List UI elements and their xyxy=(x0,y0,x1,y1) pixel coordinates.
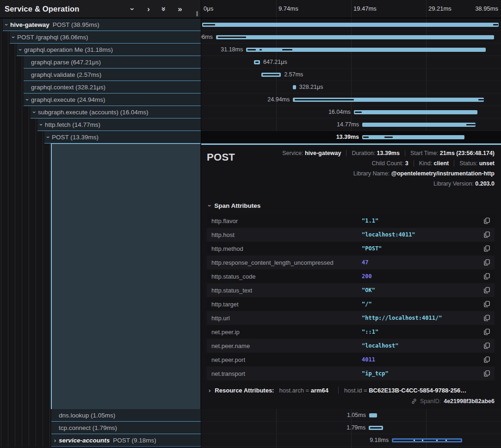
span-duration-label: 9.18ms xyxy=(370,437,389,443)
operation-name: POST /graphql (36.06ms) xyxy=(17,34,88,41)
indent-guides xyxy=(0,118,37,131)
timeline-span-row[interactable]: 24.94ms xyxy=(201,93,501,106)
span-row-body[interactable]: graphql.parse (647.21μs) xyxy=(24,56,201,68)
span-tree-row[interactable]: graphql.context (328.21μs) xyxy=(0,81,201,93)
span-duration-label: 24.94ms xyxy=(267,96,290,103)
child-span-dot xyxy=(422,440,423,441)
child-span-segment xyxy=(255,62,259,63)
span-detail-header: POST Service: hive-gatewayDuration: 13.3… xyxy=(207,149,495,192)
chevron-down-icon[interactable]: › xyxy=(37,121,45,128)
timeline-span-row[interactable] xyxy=(201,19,501,31)
span-row-body[interactable]: dns.lookup (1.05ms) xyxy=(51,409,201,422)
copy-icon[interactable] xyxy=(482,273,490,280)
span-row-body[interactable]: tcp.connect (1.79ms) xyxy=(51,422,201,434)
ruler-tick-label: 9.74ms xyxy=(278,5,298,12)
span-duration-bar[interactable] xyxy=(202,23,499,27)
timeline-span-row[interactable]: 9.18ms xyxy=(201,434,501,447)
span-row-body[interactable]: ›http.fetch (14.77ms) xyxy=(37,118,201,131)
copy-icon[interactable] xyxy=(482,287,490,293)
span-row-body[interactable]: ›hive-gatewayPOST (38.95ms) xyxy=(3,19,201,31)
copy-icon[interactable] xyxy=(482,245,490,252)
timeline-span-row[interactable]: 36.06ms xyxy=(201,31,501,44)
span-tree-row[interactable]: ›POST /graphql (36.06ms) xyxy=(0,31,201,44)
attribute-row: http.status_code200 xyxy=(207,269,495,283)
copy-icon[interactable] xyxy=(482,329,490,335)
attribute-row: net.peer.port4011 xyxy=(207,353,495,367)
child-span-segment xyxy=(493,24,499,25)
timeline-span-row[interactable]: 1.05ms xyxy=(201,409,501,422)
chevron-down-icon[interactable]: › xyxy=(31,109,38,116)
span-duration-bar[interactable] xyxy=(362,135,464,139)
link-icon[interactable] xyxy=(411,398,417,404)
span-tree-row[interactable]: ›service-accountsPOST (9.18ms) xyxy=(0,434,201,447)
child-span-segment xyxy=(355,112,361,113)
timeline-span-row[interactable]: 16.04ms xyxy=(201,106,501,118)
span-tree-row[interactable]: graphql.validate (2.57ms) xyxy=(0,68,201,81)
span-duration-label: 1.79ms xyxy=(346,424,365,431)
timeline-span-row[interactable]: 31.18ms xyxy=(201,44,501,56)
copy-icon[interactable] xyxy=(482,259,490,266)
chevron-down-icon[interactable]: › xyxy=(24,96,31,103)
span-overview-line: Service: hive-gatewayDuration: 13.39msSt… xyxy=(207,149,495,157)
span-row-body[interactable]: ›service-accountsPOST (9.18ms) xyxy=(51,434,201,447)
span-attributes-section-toggle[interactable]: › Span Attributes xyxy=(209,202,495,209)
span-row-body[interactable]: graphql.validate (2.57ms) xyxy=(24,68,201,81)
span-row-body[interactable]: ›subgraph.execute (accounts) (16.04ms) xyxy=(31,106,201,118)
span-tree-row[interactable]: ›POST (13.39ms) xyxy=(0,131,201,143)
double-chevron-right-icon[interactable]: » xyxy=(175,4,185,14)
span-tree-row[interactable]: ›graphql.operation Me (31.18ms) xyxy=(0,44,201,56)
span-detail-panel: POST Service: hive-gatewayDuration: 13.3… xyxy=(201,143,501,409)
resource-attributes-row[interactable]: ›Resource Attributes:host.arch = arm64ho… xyxy=(209,387,495,394)
attribute-value: 4011 xyxy=(362,356,482,363)
copy-icon[interactable] xyxy=(482,370,490,377)
span-tree-row[interactable]: ›subgraph.execute (accounts) (16.04ms) xyxy=(0,106,201,118)
attribute-value: "localhost:4011" xyxy=(362,231,482,238)
timeline-span-row[interactable]: 14.77ms xyxy=(201,118,501,131)
chevron-right-icon[interactable]: › xyxy=(51,437,59,444)
timeline-bars-top: 36.06ms31.18ms647.21μs2.57ms328.21μs24.9… xyxy=(201,19,501,143)
copy-icon[interactable] xyxy=(482,218,490,224)
copy-icon[interactable] xyxy=(482,301,490,307)
copy-icon[interactable] xyxy=(482,315,490,321)
copy-icon[interactable] xyxy=(482,356,490,363)
attribute-value: "POST" xyxy=(362,245,482,252)
chevron-down-icon[interactable]: › xyxy=(128,4,138,14)
tree-header-title: Service & Operation xyxy=(5,5,128,13)
span-row-body[interactable]: ›graphql.operation Me (31.18ms) xyxy=(17,44,201,56)
span-row-body[interactable]: ›POST /graphql (36.06ms) xyxy=(10,31,201,44)
attribute-value: "1.1" xyxy=(362,218,482,224)
span-tree-row[interactable]: tcp.connect (1.79ms) xyxy=(0,422,201,434)
copy-icon[interactable] xyxy=(482,231,490,238)
span-tree-row[interactable]: graphql.parse (647.21μs) xyxy=(0,56,201,68)
timeline-span-row[interactable]: 647.21μs xyxy=(201,56,501,68)
span-duration-bar[interactable] xyxy=(354,110,477,114)
chevron-down-icon[interactable]: › xyxy=(10,34,17,41)
span-duration-bar[interactable] xyxy=(362,123,476,127)
chevron-down-icon[interactable]: › xyxy=(17,46,24,53)
double-chevron-down-icon[interactable]: » xyxy=(159,4,169,14)
timeline-span-row[interactable]: 13.39ms xyxy=(201,131,501,143)
copy-icon[interactable] xyxy=(482,342,490,349)
span-duration-bar[interactable] xyxy=(369,413,377,417)
timeline-span-row[interactable]: 328.21μs xyxy=(201,81,501,93)
span-duration-label: 2.57ms xyxy=(284,71,303,78)
span-duration-bar[interactable] xyxy=(216,35,494,39)
overview-field: Service: hive-gateway xyxy=(282,150,341,156)
span-tree-row[interactable]: dns.lookup (1.05ms) xyxy=(0,409,201,422)
span-row-body[interactable]: ›POST (13.39ms) xyxy=(44,131,201,143)
chevron-down-icon[interactable]: › xyxy=(3,21,10,28)
timeline-span-row[interactable]: 1.79ms xyxy=(201,422,501,434)
operation-name: graphql.validate (2.57ms) xyxy=(31,71,101,78)
timeline-span-row[interactable]: 2.57ms xyxy=(201,68,501,81)
operation-name: POST (38.95ms) xyxy=(53,21,99,28)
chevron-down-icon[interactable]: › xyxy=(44,134,52,141)
span-row-body[interactable]: graphql.context (328.21μs) xyxy=(24,81,201,93)
chevron-right-icon[interactable]: › xyxy=(143,4,154,14)
splitter-handle[interactable]: ∥ xyxy=(196,11,199,17)
span-duration-bar[interactable] xyxy=(293,85,296,89)
span-tree-row[interactable]: ›hive-gatewayPOST (38.95ms) xyxy=(0,19,201,31)
span-row-body[interactable]: ›graphql.execute (24.94ms) xyxy=(24,93,201,106)
span-id-value: 4e21998f3b82abe6 xyxy=(444,398,495,404)
span-tree-row[interactable]: ›graphql.execute (24.94ms) xyxy=(0,93,201,106)
span-tree-row[interactable]: ›http.fetch (14.77ms) xyxy=(0,118,201,131)
